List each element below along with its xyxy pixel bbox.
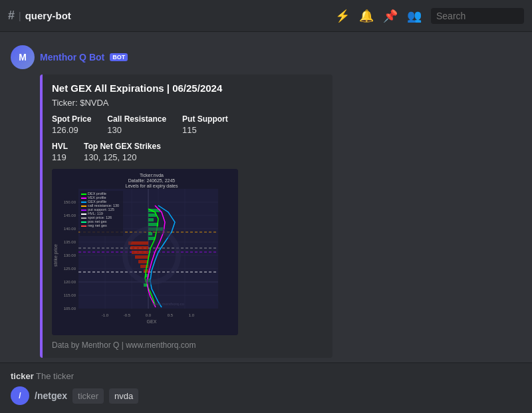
field-label-call: Call Resistance bbox=[107, 114, 166, 124]
avatar: M bbox=[11, 45, 35, 69]
field-top-strikes: Top Net GEX Strikes 130, 125, 120 bbox=[84, 142, 161, 162]
bot-name: Menthor Q Bot bbox=[40, 52, 104, 63]
field-label-put: Put Support bbox=[182, 114, 228, 124]
field-value-strikes: 130, 125, 120 bbox=[84, 152, 161, 162]
param-value-box: nvda bbox=[109, 388, 138, 404]
stream-icon[interactable]: ⚡ bbox=[335, 9, 350, 23]
field-label-strikes: Top Net GEX Strikes bbox=[84, 142, 161, 151]
command-input-row: / /netgex ticker nvda bbox=[11, 386, 521, 405]
svg-text:140.00: 140.00 bbox=[64, 227, 76, 231]
embed-title: Net GEX All Expirations | 06/25/2024 bbox=[52, 82, 323, 94]
svg-text:Levels for all expiry dates: Levels for all expiry dates bbox=[126, 184, 178, 189]
svg-text:www.menthorq.co: www.menthorq.co bbox=[152, 302, 184, 306]
field-value-put: 115 bbox=[182, 125, 228, 135]
field-call-resistance: Call Resistance 130 bbox=[107, 114, 166, 135]
topbar: # | query-bot ⚡ 🔔 📌 👥 bbox=[0, 0, 532, 32]
svg-rect-71 bbox=[81, 217, 86, 219]
param-label-box: ticker bbox=[72, 388, 104, 404]
command-prefix: /netgex bbox=[35, 390, 67, 401]
chat-area: M Menthor Q Bot BOT Net GEX All Expirati… bbox=[0, 32, 532, 362]
topbar-left: # | query-bot bbox=[8, 9, 335, 23]
svg-text:115.00: 115.00 bbox=[64, 293, 76, 297]
svg-rect-67 bbox=[81, 209, 86, 211]
svg-text:120.00: 120.00 bbox=[64, 280, 76, 284]
svg-text:strike price: strike price bbox=[53, 244, 59, 267]
svg-text:-1.0: -1.0 bbox=[102, 313, 109, 317]
svg-rect-29 bbox=[132, 251, 148, 254]
embed-fields-row2: HVL 119 Top Net GEX Strikes 130, 125, 12… bbox=[52, 142, 323, 162]
embed-fields-row1: Spot Price 126.09 Call Resistance 130 Pu… bbox=[52, 114, 323, 135]
svg-rect-69 bbox=[81, 213, 86, 215]
chart-svg: 150.00 145.00 140.00 135.00 130.00 125.0… bbox=[52, 169, 238, 335]
bot-command-icon: / bbox=[11, 386, 29, 405]
svg-text:neg net gex: neg net gex bbox=[88, 223, 107, 227]
svg-rect-25 bbox=[148, 232, 152, 235]
svg-text:135.00: 135.00 bbox=[64, 240, 76, 244]
svg-rect-26 bbox=[148, 237, 155, 240]
field-value-spot: 126.09 bbox=[52, 125, 91, 135]
svg-text:Datafile: 240625, 2245: Datafile: 240625, 2245 bbox=[128, 178, 176, 183]
field-value-hvl: 119 bbox=[52, 152, 68, 162]
svg-text:Ticker:nvda: Ticker:nvda bbox=[140, 173, 164, 178]
svg-rect-30 bbox=[135, 255, 148, 259]
svg-text:150.00: 150.00 bbox=[64, 200, 76, 204]
members-icon[interactable]: 👥 bbox=[407, 9, 422, 23]
chart-container: 150.00 145.00 140.00 135.00 130.00 125.0… bbox=[52, 169, 238, 335]
embed-card: Net GEX All Expirations | 06/25/2024 Tic… bbox=[40, 74, 332, 358]
field-value-call: 130 bbox=[107, 125, 166, 135]
hint-desc-text: The ticker bbox=[36, 371, 74, 381]
field-spot-price: Spot Price 126.09 bbox=[52, 114, 91, 135]
svg-rect-23 bbox=[148, 223, 158, 226]
svg-text:145.00: 145.00 bbox=[64, 213, 76, 217]
svg-text:GEX: GEX bbox=[147, 319, 157, 324]
bot-header: M Menthor Q Bot BOT bbox=[11, 45, 521, 69]
svg-rect-21 bbox=[148, 213, 156, 217]
bot-badge: BOT bbox=[110, 53, 128, 61]
svg-rect-63 bbox=[81, 202, 86, 203]
svg-rect-61 bbox=[81, 198, 86, 199]
svg-text:0.0: 0.0 bbox=[146, 313, 152, 317]
field-label-hvl: HVL bbox=[52, 142, 68, 151]
field-put-support: Put Support 115 bbox=[182, 114, 228, 135]
svg-text:0.5: 0.5 bbox=[168, 313, 174, 317]
svg-rect-22 bbox=[148, 218, 154, 221]
svg-text:125.00: 125.00 bbox=[64, 267, 76, 271]
bell-icon[interactable]: 🔔 bbox=[359, 9, 374, 23]
svg-rect-28 bbox=[130, 246, 148, 249]
command-hint: ticker The ticker bbox=[11, 371, 521, 381]
embed-ticker: Ticker: $NVDA bbox=[52, 98, 323, 108]
svg-rect-75 bbox=[81, 225, 86, 227]
svg-text:130.00: 130.00 bbox=[64, 253, 76, 257]
embed-footer: Data by Menthor Q | www.menthorq.com bbox=[52, 341, 323, 350]
topbar-right: ⚡ 🔔 📌 👥 bbox=[335, 8, 524, 24]
svg-text:105.00: 105.00 bbox=[64, 307, 76, 311]
field-label-spot: Spot Price bbox=[52, 114, 91, 124]
svg-text:1.0: 1.0 bbox=[189, 313, 195, 317]
ticker-value: $NVDA bbox=[80, 98, 108, 108]
bottom-area: ticker The ticker / /netgex ticker nvda bbox=[0, 362, 532, 413]
svg-rect-65 bbox=[81, 206, 86, 207]
hint-command: ticker bbox=[11, 371, 34, 381]
main-area: M Menthor Q Bot BOT Net GEX All Expirati… bbox=[0, 32, 532, 362]
pin-icon[interactable]: 📌 bbox=[383, 9, 398, 23]
divider: | bbox=[19, 11, 21, 21]
svg-text:-0.5: -0.5 bbox=[124, 313, 131, 317]
svg-rect-31 bbox=[138, 260, 148, 263]
channel-name: query-bot bbox=[25, 10, 71, 21]
bot-message: M Menthor Q Bot BOT Net GEX All Expirati… bbox=[0, 43, 532, 362]
ticker-label: Ticker: bbox=[52, 98, 78, 108]
svg-rect-73 bbox=[81, 221, 86, 223]
field-hvl: HVL 119 bbox=[52, 142, 68, 162]
search-input[interactable] bbox=[431, 8, 524, 24]
svg-rect-59 bbox=[81, 194, 86, 195]
hash-icon: # bbox=[8, 9, 15, 23]
